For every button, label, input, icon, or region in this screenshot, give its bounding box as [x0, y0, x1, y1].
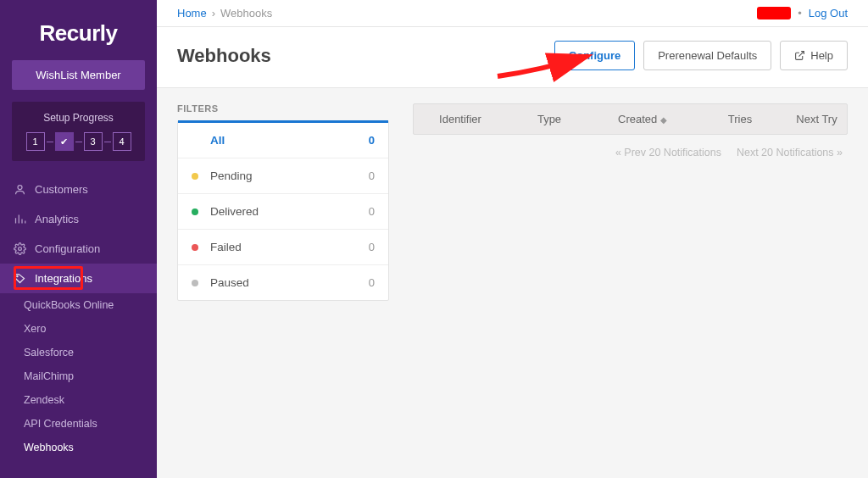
setup-step-4[interactable]: 4 [113, 132, 131, 151]
filter-failed[interactable]: Failed 0 [178, 230, 388, 265]
column-identifier[interactable]: Identifier [414, 113, 507, 125]
sidebar-item-label: Customers [35, 183, 88, 196]
sidebar-item-analytics[interactable]: Analytics [0, 204, 157, 234]
prerenewal-defaults-button[interactable]: Prerenewal Defaults [643, 41, 771, 70]
tag-icon [14, 272, 26, 285]
filter-label: Pending [210, 170, 369, 182]
sidebar-submenu: QuickBooks Online Xero Salesforce MailCh… [0, 293, 157, 459]
logo: Recurly [0, 0, 157, 60]
page-header: Webhooks Configure Prerenewal Defaults H… [157, 27, 868, 88]
separator-dot: • [798, 7, 802, 19]
sidebar-item-quickbooks[interactable]: QuickBooks Online [0, 293, 157, 317]
page-title: Webhooks [177, 45, 271, 67]
sidebar-item-webhooks[interactable]: Webhooks [0, 436, 157, 459]
filters-panel: FILTERS All 0 Pending 0 Delivered [177, 103, 389, 463]
bar-chart-icon [14, 213, 26, 225]
status-dot [192, 173, 198, 180]
filter-label: Failed [210, 241, 369, 253]
sidebar-item-configuration[interactable]: Configuration [0, 234, 157, 264]
filter-pending[interactable]: Pending 0 [178, 158, 388, 194]
help-button[interactable]: Help [780, 41, 848, 70]
sidebar-item-xero[interactable]: Xero [0, 317, 157, 341]
svg-point-0 [18, 186, 22, 190]
column-type[interactable]: Type [507, 113, 592, 125]
filter-count: 0 [369, 241, 375, 253]
setup-steps: 1 ✔ 3 4 [20, 132, 136, 151]
filter-label: Delivered [210, 205, 369, 218]
external-link-icon [794, 50, 805, 61]
step-divider [104, 142, 111, 142]
setup-progress-panel: Setup Progress 1 ✔ 3 4 [12, 102, 145, 161]
breadcrumb-home[interactable]: Home [177, 7, 207, 19]
filter-paused[interactable]: Paused 0 [178, 265, 388, 300]
sidebar: Recurly WishList Member Setup Progress 1… [0, 0, 157, 478]
filter-count: 0 [369, 170, 375, 182]
column-tries[interactable]: Tries [693, 113, 787, 125]
user-area: • Log Out [757, 7, 848, 19]
sidebar-item-label: Analytics [35, 213, 79, 225]
setup-step-1[interactable]: 1 [26, 132, 45, 151]
breadcrumb-current: Webhooks [220, 7, 272, 19]
filters-heading: FILTERS [177, 103, 389, 114]
sidebar-item-integrations[interactable]: Integrations [0, 264, 157, 293]
sidebar-item-salesforce[interactable]: Salesforce [0, 341, 157, 364]
status-dot [192, 280, 198, 286]
help-button-label: Help [810, 49, 833, 62]
user-redacted [757, 7, 791, 19]
sidebar-nav: Customers Analytics Configuration Integr… [0, 175, 157, 459]
filter-count: 0 [369, 205, 375, 218]
column-created[interactable]: Created ◆ [592, 113, 693, 125]
next-page-link[interactable]: Next 20 Notifications » [737, 147, 843, 158]
pagination: « Prev 20 Notifications Next 20 Notifica… [413, 135, 848, 170]
column-created-label: Created [618, 113, 657, 125]
sidebar-item-zendesk[interactable]: Zendesk [0, 388, 157, 412]
step-divider [75, 142, 82, 142]
table-header-row: Identifier Type Created ◆ Tries Next Try [413, 103, 848, 135]
column-next-try[interactable]: Next Try [787, 113, 847, 125]
main-content: Home › Webhooks • Log Out Webhooks Confi… [157, 0, 868, 478]
prev-page-link[interactable]: « Prev 20 Notifications [615, 147, 721, 158]
header-actions: Configure Prerenewal Defaults Help [554, 41, 848, 70]
user-icon [14, 183, 26, 196]
setup-step-2[interactable]: ✔ [55, 132, 74, 151]
sidebar-item-customers[interactable]: Customers [0, 175, 157, 204]
breadcrumb-separator: › [212, 7, 215, 19]
sidebar-item-mailchimp[interactable]: MailChimp [0, 364, 157, 388]
breadcrumb: Home › Webhooks [177, 7, 272, 19]
filter-delivered[interactable]: Delivered 0 [178, 194, 388, 230]
filter-all[interactable]: All 0 [178, 120, 388, 158]
filter-label: All [210, 134, 369, 147]
sidebar-item-api-credentials[interactable]: API Credentials [0, 412, 157, 436]
svg-point-1 [19, 247, 22, 251]
gear-icon [14, 242, 26, 255]
logout-link[interactable]: Log Out [809, 7, 848, 19]
configure-button[interactable]: Configure [554, 41, 635, 70]
setup-progress-title: Setup Progress [20, 112, 136, 124]
sidebar-item-label: Integrations [35, 272, 92, 285]
breadcrumb-bar: Home › Webhooks • Log Out [157, 0, 868, 27]
status-dot [192, 244, 198, 251]
setup-step-3[interactable]: 3 [84, 132, 103, 151]
filter-label: Paused [210, 276, 369, 289]
member-badge[interactable]: WishList Member [12, 60, 145, 90]
sidebar-item-label: Configuration [35, 242, 100, 255]
status-dot [192, 208, 198, 215]
sort-icon: ◆ [660, 115, 667, 125]
filter-count: 0 [369, 134, 375, 147]
filter-list: All 0 Pending 0 Delivered 0 [177, 120, 389, 301]
content-area: FILTERS All 0 Pending 0 Delivered [157, 88, 868, 478]
status-dot [192, 137, 198, 144]
filter-count: 0 [369, 276, 375, 289]
svg-point-2 [17, 275, 18, 276]
step-divider [47, 142, 53, 142]
notifications-table: Identifier Type Created ◆ Tries Next Try… [413, 103, 848, 463]
